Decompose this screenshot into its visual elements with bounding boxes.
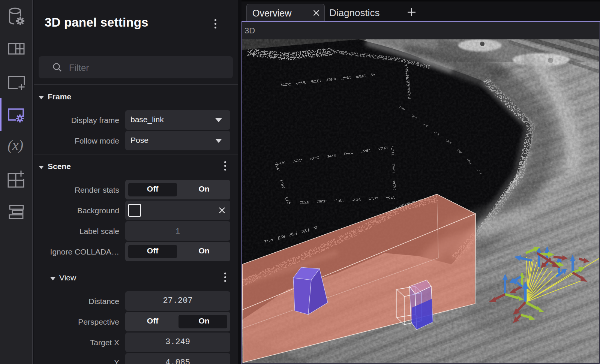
svg-text:(x): (x)	[8, 137, 23, 153]
